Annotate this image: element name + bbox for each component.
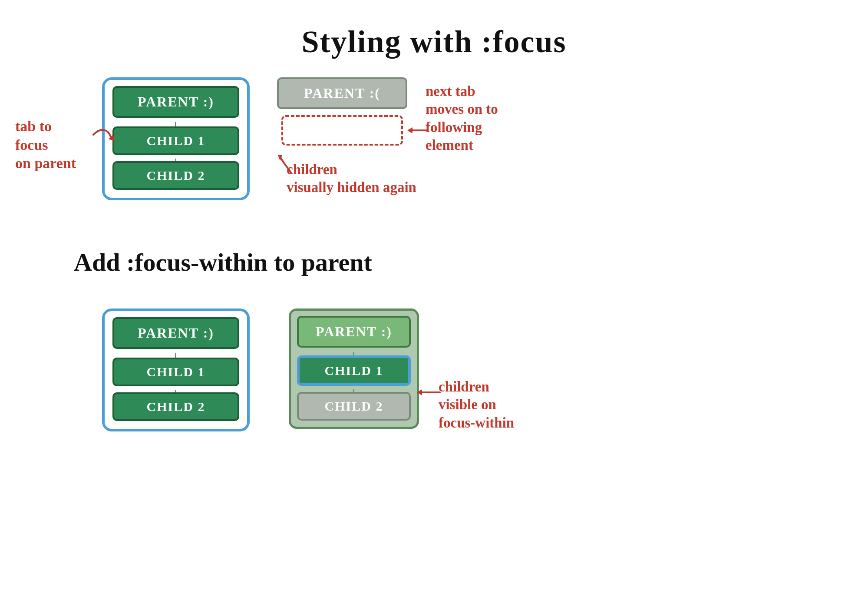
annotation-children-visible: childrenvisible onfocus-within [439, 378, 514, 432]
bottom-right-child2-box: CHILD 2 [297, 392, 411, 421]
top-left-child2-box: CHILD 2 [112, 161, 239, 190]
arrow-children-hidden [278, 153, 295, 175]
top-left-child1-box: CHILD 1 [112, 126, 239, 155]
arrow-children-visible [416, 386, 442, 399]
bottom-left-container: PARENT :) CHILD 1 CHILD 2 [102, 308, 250, 431]
bottom-right-parent-box: PARENT :) [297, 316, 411, 348]
top-right-parent-box: PARENT :( [277, 77, 407, 109]
section2-title: Add :focus-within to parent [74, 248, 372, 277]
bottom-left-child2-box: CHILD 2 [112, 392, 239, 421]
annotation-children-hidden: childrenvisually hidden again [287, 161, 416, 197]
arrow-next-tab [407, 124, 429, 137]
svg-marker-2 [407, 127, 413, 133]
top-right-container: PARENT :( [277, 77, 407, 146]
svg-marker-5 [417, 389, 422, 395]
annotation-tab-to-focus: tab tofocuson parent [15, 117, 76, 173]
main-title: Styling with :focus [301, 24, 566, 60]
bottom-left-child1-box: CHILD 1 [112, 358, 239, 386]
top-right-dashed-hidden-children [281, 115, 403, 146]
top-left-parent-box: PARENT :) [112, 86, 239, 118]
arrow-tab-to-focus [89, 122, 115, 148]
annotation-next-tab: next tabmoves on tofollowingelement [426, 83, 498, 154]
bottom-right-child1-box: CHILD 1 [297, 355, 411, 386]
bottom-right-container: PARENT :) CHILD 1 CHILD 2 [289, 308, 419, 429]
top-left-focus-container: PARENT :) CHILD 1 CHILD 2 [102, 77, 250, 200]
bottom-left-parent-box: PARENT :) [112, 317, 239, 349]
